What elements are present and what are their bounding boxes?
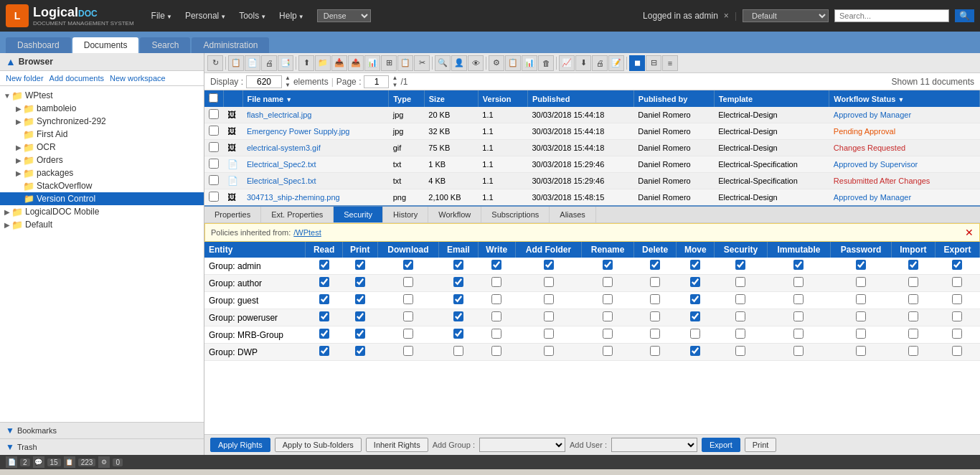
perm-import[interactable] — [891, 309, 935, 326]
row-checkbox-cell[interactable] — [204, 156, 223, 173]
tree-item-firstaid[interactable]: 📁 First Aid — [0, 128, 204, 141]
export-btn[interactable]: Export — [702, 438, 740, 452]
perm-immutable[interactable] — [767, 326, 831, 344]
tree-item-default[interactable]: ▶ 📁 Default — [0, 218, 204, 231]
row-checkbox-cell[interactable] — [204, 173, 223, 189]
perm-cb-write[interactable] — [491, 294, 501, 304]
tab-ext-properties[interactable]: Ext. Properties — [261, 207, 334, 222]
perm-rename[interactable] — [582, 344, 633, 361]
perm-cb-security[interactable] — [735, 329, 745, 339]
perm-cb-read[interactable] — [319, 277, 329, 287]
perm-print[interactable] — [342, 292, 377, 309]
perm-cb-move[interactable] — [690, 346, 700, 356]
perm-email[interactable] — [439, 292, 479, 309]
search-input[interactable] — [834, 9, 949, 22]
perm-immutable[interactable] — [767, 292, 831, 309]
col-published[interactable]: Published — [527, 90, 633, 107]
perm-cb-rename[interactable] — [603, 294, 613, 304]
perm-cb-move[interactable] — [690, 260, 700, 270]
perm-cb-export[interactable] — [952, 260, 962, 270]
tab-dashboard[interactable]: Dashboard — [6, 37, 71, 53]
table-row[interactable]: 🖼 flash_electrical.jpg jpg 20 KB 1.1 30/… — [204, 107, 980, 123]
perm-password[interactable] — [831, 258, 892, 275]
perm-cb-password[interactable] — [856, 311, 866, 321]
perm-export[interactable] — [935, 344, 979, 361]
perm-delete[interactable] — [633, 275, 677, 292]
print-btn[interactable]: Print — [745, 438, 777, 452]
perm-cb-move[interactable] — [690, 329, 700, 339]
tab-workflow[interactable]: Workflow — [428, 207, 481, 222]
perm-immutable[interactable] — [767, 309, 831, 326]
row-checkbox-cell[interactable] — [204, 107, 223, 123]
perm-move[interactable] — [677, 258, 715, 275]
close-session-btn[interactable]: × — [724, 11, 729, 21]
tb-export-btn[interactable]: ⬇ — [575, 55, 591, 71]
tab-security[interactable]: Security — [334, 207, 383, 222]
perm-cb-print[interactable] — [355, 346, 365, 356]
tree-toggle-orders[interactable]: ▶ — [14, 156, 23, 164]
tree-toggle-default[interactable]: ▶ — [3, 221, 11, 229]
perm-cb-export[interactable] — [952, 346, 962, 356]
perm-rename[interactable] — [582, 309, 633, 326]
perm-cb-write[interactable] — [491, 311, 501, 321]
perm-cb-rename[interactable] — [603, 329, 613, 339]
inherit-rights-btn[interactable]: Inherit Rights — [366, 438, 428, 452]
row-checkbox[interactable] — [209, 142, 219, 152]
perm-email[interactable] — [439, 344, 479, 361]
col-filename[interactable]: File name ▼ — [242, 90, 389, 107]
perm-download[interactable] — [377, 292, 438, 309]
perm-import[interactable] — [891, 344, 935, 361]
perm-cb-immutable[interactable] — [793, 260, 804, 270]
perm-cb-rename[interactable] — [603, 311, 613, 321]
display-count-input[interactable] — [246, 75, 282, 88]
tree-item-bamboleio[interactable]: ▶ 📁 bamboleio — [0, 102, 204, 115]
perm-email[interactable] — [439, 258, 479, 275]
perm-security[interactable] — [715, 258, 767, 275]
select-all-checkbox[interactable] — [209, 93, 218, 103]
perm-cb-read[interactable] — [319, 311, 329, 321]
tab-aliases[interactable]: Aliases — [550, 207, 595, 222]
row-checkbox-cell[interactable] — [204, 123, 223, 140]
perm-immutable[interactable] — [767, 344, 831, 361]
perm-password[interactable] — [831, 275, 892, 292]
perm-cb-security[interactable] — [735, 311, 745, 321]
col-version[interactable]: Version — [478, 90, 527, 107]
perm-cb-read[interactable] — [319, 294, 329, 304]
perm-cb-delete[interactable] — [650, 311, 660, 321]
perm-rename[interactable] — [582, 326, 633, 344]
perm-export[interactable] — [935, 309, 979, 326]
tb-chart[interactable]: 📊 — [364, 55, 380, 71]
perm-cb-immutable[interactable] — [793, 346, 804, 356]
search-button[interactable]: 🔍 — [955, 9, 974, 22]
perm-cb-import[interactable] — [908, 329, 918, 339]
perm-cb-immutable[interactable] — [793, 294, 804, 304]
row-filename[interactable]: 304713_ship-zheming.png — [242, 189, 389, 206]
table-row[interactable]: 📄 Electrical_Spec1.txt txt 4 KB 1.1 30/0… — [204, 173, 980, 189]
tb-settings[interactable]: ⚙ — [489, 55, 504, 71]
table-row[interactable]: 🖼 304713_ship-zheming.png png 2,100 KB 1… — [204, 189, 980, 206]
perm-cb-security[interactable] — [735, 346, 745, 356]
policies-link[interactable]: /WPtest — [293, 228, 321, 237]
new-workspace-btn[interactable]: New workspace — [110, 74, 166, 83]
tb-pdf[interactable]: 📄 — [245, 55, 260, 71]
perm-cb-import[interactable] — [908, 260, 918, 270]
row-filename[interactable]: electrical-system3.gif — [242, 140, 389, 156]
perm-add_folder[interactable] — [515, 309, 582, 326]
perm-cb-print[interactable] — [355, 260, 365, 270]
tab-subscriptions[interactable]: Subscriptions — [481, 207, 550, 222]
perm-delete[interactable] — [633, 344, 677, 361]
workspace-select[interactable]: Default — [743, 9, 829, 22]
perm-security[interactable] — [715, 292, 767, 309]
tab-properties[interactable]: Properties — [204, 207, 261, 222]
perm-read[interactable] — [306, 326, 342, 344]
perm-cb-email[interactable] — [453, 311, 463, 321]
perm-write[interactable] — [478, 292, 515, 309]
perm-cb-move[interactable] — [690, 311, 700, 321]
apply-rights-btn[interactable]: Apply Rights — [210, 438, 270, 452]
row-checkbox-cell[interactable] — [204, 189, 223, 206]
perm-cb-email[interactable] — [453, 294, 463, 304]
perm-row[interactable]: Group: DWP — [204, 344, 980, 361]
perm-cb-read[interactable] — [319, 329, 329, 339]
tree-toggle-bamboleio[interactable]: ▶ — [14, 105, 23, 113]
perm-cb-write[interactable] — [491, 329, 501, 339]
